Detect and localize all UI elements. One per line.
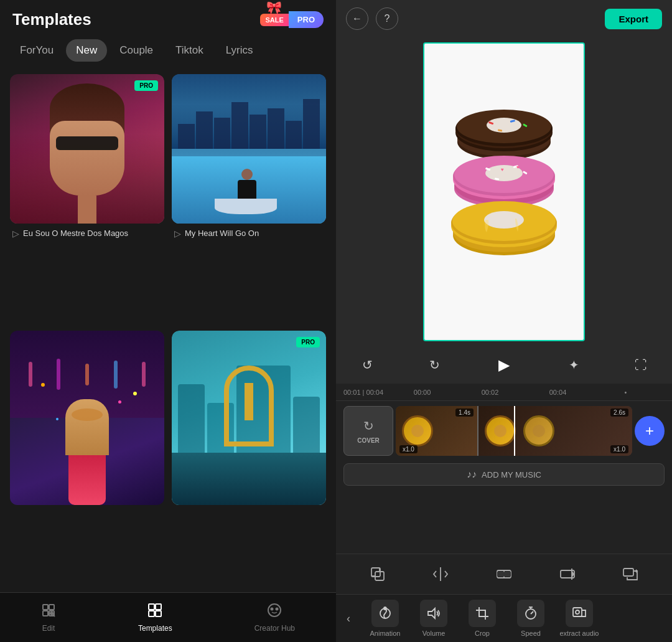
svg-marker-56 — [428, 608, 435, 618]
add-overlay-tool[interactable] — [364, 560, 391, 588]
speed-tool[interactable]: Speed — [509, 600, 553, 637]
split-video-tool[interactable] — [490, 560, 518, 588]
svg-rect-53 — [623, 569, 633, 576]
play-button[interactable]: ▶ — [490, 351, 518, 379]
trim-end-tool[interactable] — [554, 560, 581, 588]
template-card-1[interactable]: PRO ▷ Eu Sou O Mestre Dos Magos — [10, 74, 164, 323]
svg-rect-0 — [43, 605, 48, 610]
tab-lyrics[interactable]: Lyrics — [216, 39, 263, 62]
cover-label: COVER — [357, 437, 380, 444]
magic-button[interactable]: ✦ — [562, 354, 585, 376]
extract-audio-icon — [566, 600, 593, 627]
timeline-tracks: ↻ COVER 1.4s x1.0 2.6s — [336, 401, 672, 461]
back-button[interactable]: ← — [346, 7, 368, 30]
preview-canvas: ♥ ♥ — [423, 42, 585, 341]
crop-tool[interactable]: Crop — [460, 600, 504, 637]
fast-forward-icon: ↻ — [429, 357, 440, 372]
video-segment-1[interactable]: 1.4s x1.0 — [396, 406, 478, 456]
playback-controls: ↺ ↻ ▶ ✦ ⛶ — [336, 346, 672, 384]
nav-templates[interactable]: Templates — [138, 603, 172, 633]
animation-label: Animation — [370, 630, 401, 637]
template-card-1-label: ▷ Eu Sou O Mestre Dos Magos — [10, 224, 164, 242]
segment-1-speed: x1.0 — [399, 445, 418, 453]
split-tool[interactable] — [427, 560, 454, 588]
export-button[interactable]: Export — [605, 9, 662, 29]
timeline-ruler: 00:01 | 00:04 00:00 00:02 00:04 • — [336, 384, 672, 401]
crop-icon — [469, 600, 496, 627]
template-card-2-title: My Heart Will Go On — [185, 229, 259, 239]
tab-foryou[interactable]: ForYou — [10, 39, 63, 62]
ruler-mark-2: 00:04 — [524, 389, 592, 396]
fullscreen-button[interactable]: ⛶ — [630, 354, 652, 376]
play-icon: ▶ — [498, 356, 510, 374]
add-music-bar[interactable]: ♪♪ ADD MY MUSIC — [343, 463, 665, 486]
plus-icon: + — [645, 422, 654, 440]
template-card-3-image — [10, 331, 164, 505]
svg-point-10 — [268, 604, 281, 616]
nav-creator-hub[interactable]: Creator Hub — [254, 603, 295, 633]
svg-rect-8 — [149, 611, 154, 616]
tab-tiktok[interactable]: Tiktok — [166, 39, 213, 62]
tools-back-button[interactable]: ‹ — [336, 606, 361, 631]
back-arrow-icon: ← — [352, 13, 362, 24]
rewind-button[interactable]: ↺ — [356, 354, 378, 376]
header-icons: ← ? — [346, 7, 398, 30]
svg-rect-2 — [43, 611, 48, 616]
tab-couple[interactable]: Couple — [110, 39, 163, 62]
left-panel: Templates 🎀 SALE PRO ForYou New Couple T… — [0, 0, 336, 642]
svg-point-19 — [487, 118, 521, 133]
template-card-4-image: PRO — [172, 331, 326, 505]
animation-tool[interactable]: Animation — [363, 600, 407, 637]
crop-label: Crop — [475, 630, 490, 637]
svg-rect-61 — [573, 608, 582, 616]
animation-icon — [371, 600, 399, 627]
creator-hub-nav-icon — [267, 603, 282, 621]
replace-tool[interactable] — [617, 560, 644, 588]
cover-block[interactable]: ↻ COVER — [343, 406, 393, 456]
refresh-icon: ↻ — [363, 418, 374, 433]
left-header: Templates 🎀 SALE PRO — [0, 0, 336, 34]
add-music-label: ADD MY MUSIC — [482, 470, 541, 479]
template-card-2[interactable]: ▷ My Heart Will Go On — [172, 74, 326, 323]
fast-forward-button[interactable]: ↻ — [423, 354, 446, 376]
svg-rect-6 — [149, 604, 154, 610]
video-segment-2[interactable]: 2.6s x1.0 — [478, 406, 632, 456]
svg-rect-7 — [156, 604, 161, 610]
video-icon-2: ▷ — [174, 229, 181, 238]
video-track[interactable]: 1.4s x1.0 2.6s — [396, 406, 632, 456]
svg-point-12 — [276, 608, 278, 610]
edit-tools-row — [336, 554, 672, 594]
template-card-2-image — [172, 74, 326, 224]
template-card-3[interactable] — [10, 331, 164, 587]
page-title: Templates — [12, 10, 91, 29]
tab-bar: ForYou New Couple Tiktok Lyrics — [0, 34, 336, 69]
tab-new[interactable]: New — [66, 39, 107, 62]
add-clip-button[interactable]: + — [635, 416, 665, 446]
ruler-mark-1: 00:02 — [456, 389, 524, 396]
template-card-4[interactable]: PRO — [172, 331, 326, 587]
sale-emoji-icon: 🎀 — [266, 0, 282, 15]
boat-shape — [215, 199, 277, 214]
edit-nav-icon — [41, 603, 56, 621]
ruler-mark-0: 00:00 — [388, 389, 456, 396]
timeline-area: 00:01 | 00:04 00:00 00:02 00:04 • ↻ COVE… — [336, 384, 672, 554]
template-card-2-label: ▷ My Heart Will Go On — [172, 224, 326, 242]
sale-tag: SALE — [260, 14, 288, 26]
nav-creator-hub-label: Creator Hub — [254, 624, 295, 633]
ruler-marks: 00:00 00:02 00:04 • — [383, 389, 665, 396]
svg-text:♥: ♥ — [501, 167, 504, 172]
segment-1-thumbnail — [402, 415, 433, 446]
right-header: ← ? Export — [336, 0, 672, 37]
volume-label: Volume — [422, 630, 446, 637]
question-mark-icon: ? — [385, 13, 390, 24]
template-card-1-image: PRO — [10, 74, 164, 224]
volume-tool[interactable]: Volume — [412, 600, 455, 637]
nav-edit[interactable]: Edit — [41, 603, 56, 633]
city-silhouette — [172, 104, 326, 149]
extract-audio-tool[interactable]: extract audio — [558, 600, 601, 637]
pro-tag: PRO — [289, 11, 324, 28]
templates-nav-icon — [147, 603, 162, 621]
preview-area: ♥ ♥ — [336, 37, 672, 346]
help-button[interactable]: ? — [376, 7, 398, 30]
sale-pro-badge: 🎀 SALE PRO — [260, 11, 324, 28]
